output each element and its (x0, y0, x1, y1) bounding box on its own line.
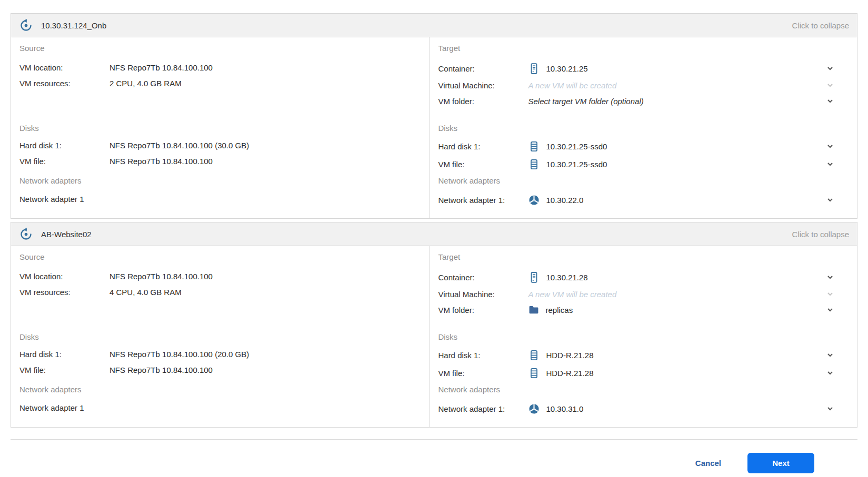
vm-file-value: NFS Repo7Tb 10.84.100.100 (109, 366, 213, 374)
chevron-down-icon[interactable] (826, 273, 834, 281)
network-icon (528, 403, 540, 415)
panel-header[interactable]: AB-Website02 Click to collapse (11, 222, 857, 246)
container-row: Container: 10.30.21.28 (438, 268, 849, 286)
hard-disk-row: Hard disk 1: NFS Repo7Tb 10.84.100.100 (… (19, 346, 421, 362)
target-section-label: Target (438, 44, 849, 53)
vm-resources-value: 4 CPU, 4.0 GB RAM (109, 288, 182, 297)
container-label: Container: (438, 273, 528, 282)
host-icon (528, 271, 540, 283)
virtual-machine-select: A new VM will be created (528, 290, 826, 299)
network-section-label: Network adapters (19, 385, 421, 394)
container-select[interactable]: 10.30.21.28 (528, 271, 826, 283)
hard-disk-label: Hard disk 1: (438, 142, 528, 151)
vm-folder-label: VM folder: (438, 306, 528, 314)
panel-header[interactable]: 10.30.31.124_Onb Click to collapse (11, 14, 857, 37)
vm-resources-row: VM resources: 4 CPU, 4.0 GB RAM (19, 284, 421, 300)
network-section-label: Network adapters (19, 176, 421, 186)
chevron-down-icon (826, 290, 834, 298)
hard-disk-label: Hard disk 1: (438, 351, 528, 360)
network-adapter-select[interactable]: 10.30.22.0 (528, 194, 826, 206)
network-adapter-value: 10.30.22.0 (546, 196, 583, 205)
network-adapter-select[interactable]: 10.30.31.0 (528, 403, 826, 415)
chevron-down-icon[interactable] (826, 405, 834, 412)
network-adapter-label: Network adapter 1: (438, 404, 528, 413)
vm-location-label: VM location: (19, 63, 109, 72)
target-column: Target Container: 10.30.21.25 Virtual Ma… (430, 37, 857, 218)
virtual-machine-placeholder: A new VM will be created (528, 290, 616, 299)
virtual-machine-placeholder: A new VM will be created (528, 81, 616, 90)
datastore-icon (528, 158, 540, 170)
footer: Cancel Next (0, 440, 868, 473)
vm-location-value: NFS Repo7Tb 10.84.100.100 (109, 63, 213, 72)
vm-file-value: 10.30.21.25-ssd0 (546, 160, 607, 169)
chevron-down-icon[interactable] (826, 143, 834, 150)
vm-folder-row: VM folder: replicas (438, 302, 849, 318)
hard-disk-value: NFS Repo7Tb 10.84.100.100 (30.0 GB) (109, 141, 249, 150)
hard-disk-select[interactable]: 10.30.21.25-ssd0 (528, 140, 826, 153)
disks-section-label: Disks (19, 124, 421, 133)
chevron-down-icon[interactable] (826, 196, 834, 204)
vm-resources-row: VM resources: 2 CPU, 4.0 GB RAM (19, 75, 421, 91)
virtual-machine-select: A new VM will be created (528, 81, 826, 90)
container-value: 10.30.21.25 (546, 64, 587, 73)
host-icon (528, 63, 540, 75)
network-adapter-value: 10.30.31.0 (546, 404, 583, 413)
virtual-machine-row: Virtual Machine: A new VM will be create… (438, 77, 849, 93)
virtual-machine-label: Virtual Machine: (438, 290, 528, 299)
source-column: Source VM location: NFS Repo7Tb 10.84.10… (11, 37, 430, 218)
hard-disk-value: HDD-R.21.28 (546, 351, 593, 360)
disks-section-label: Disks (438, 332, 849, 342)
datastore-icon (528, 367, 540, 379)
vm-panel: 10.30.31.124_Onb Click to collapse Sourc… (11, 13, 857, 219)
datastore-icon (528, 140, 540, 153)
hard-disk-select[interactable]: HDD-R.21.28 (528, 349, 826, 361)
hard-disk-label: Hard disk 1: (19, 350, 109, 359)
vm-folder-select[interactable]: replicas (528, 304, 826, 316)
panel-title: 10.30.31.124_Onb (41, 21, 106, 30)
vm-resources-value: 2 CPU, 4.0 GB RAM (109, 79, 182, 88)
chevron-down-icon[interactable] (826, 351, 834, 359)
folder-icon (528, 304, 540, 316)
vm-file-row: VM file: NFS Repo7Tb 10.84.100.100 (19, 362, 421, 378)
target-column: Target Container: 10.30.21.28 Virtual Ma… (430, 246, 857, 427)
vm-file-label: VM file: (438, 369, 528, 378)
vm-file-select[interactable]: 10.30.21.25-ssd0 (528, 158, 826, 170)
hard-disk-value: NFS Repo7Tb 10.84.100.100 (20.0 GB) (109, 350, 249, 359)
chevron-down-icon[interactable] (826, 306, 834, 313)
vm-location-value: NFS Repo7Tb 10.84.100.100 (109, 272, 213, 281)
hard-disk-row: Hard disk 1: NFS Repo7Tb 10.84.100.100 (… (19, 137, 421, 153)
replica-icon (19, 18, 33, 33)
source-section-label: Source (19, 252, 421, 262)
cancel-button[interactable]: Cancel (695, 459, 721, 468)
container-select[interactable]: 10.30.21.25 (528, 63, 826, 75)
hard-disk-row: Hard disk 1: 10.30.21.25-ssd0 (438, 137, 849, 155)
network-adapter-row: Network adapter 1 (19, 400, 421, 415)
virtual-machine-row: Virtual Machine: A new VM will be create… (438, 286, 849, 302)
vm-resources-label: VM resources: (19, 79, 109, 88)
container-label: Container: (438, 64, 528, 73)
vm-folder-placeholder: Select target VM folder (optional) (528, 97, 643, 106)
vm-folder-value: replicas (545, 306, 573, 314)
vm-resources-label: VM resources: (19, 288, 109, 297)
vm-file-label: VM file: (19, 157, 109, 166)
chevron-down-icon[interactable] (826, 160, 834, 168)
virtual-machine-label: Virtual Machine: (438, 81, 528, 90)
vm-file-select[interactable]: HDD-R.21.28 (528, 367, 826, 379)
datastore-icon (528, 349, 540, 361)
hard-disk-label: Hard disk 1: (19, 141, 109, 150)
vm-file-row: VM file: HDD-R.21.28 (438, 364, 849, 382)
vm-folder-select[interactable]: Select target VM folder (optional) (528, 97, 826, 106)
container-value: 10.30.21.28 (546, 273, 587, 282)
network-adapter-row: Network adapter 1: 10.30.31.0 (438, 400, 849, 418)
collapse-hint: Click to collapse (792, 230, 849, 239)
chevron-down-icon[interactable] (826, 97, 834, 105)
chevron-down-icon[interactable] (826, 65, 834, 72)
next-button[interactable]: Next (747, 453, 814, 473)
vm-location-row: VM location: NFS Repo7Tb 10.84.100.100 (19, 59, 421, 75)
source-section-label: Source (19, 44, 421, 53)
disks-section-label: Disks (19, 332, 421, 342)
chevron-down-icon[interactable] (826, 369, 834, 377)
network-adapter-label: Network adapter 1: (438, 196, 528, 205)
network-adapter-row: Network adapter 1 (19, 191, 421, 207)
container-row: Container: 10.30.21.25 (438, 59, 849, 77)
